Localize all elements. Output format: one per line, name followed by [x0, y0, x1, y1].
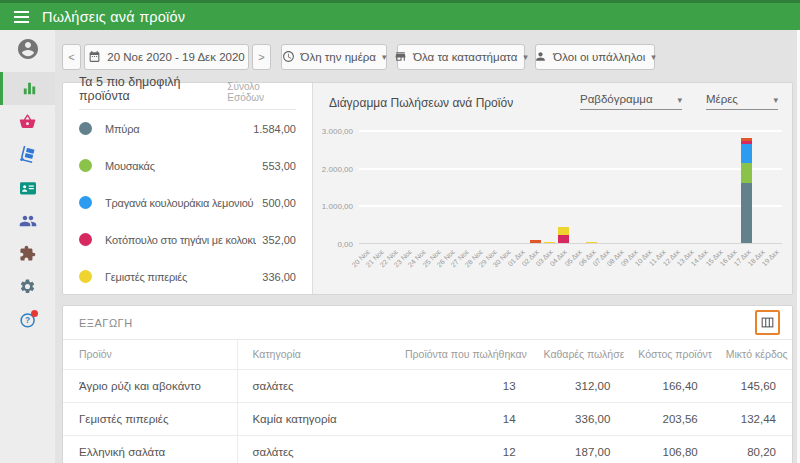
gridline [359, 205, 782, 207]
employees-filter-label: Όλοι οι υπάλληλοι [553, 51, 645, 63]
bar-segment [530, 240, 541, 243]
employees-filter-dropdown[interactable]: Όλοι οι υπάλληλοι ▾ [535, 44, 655, 70]
clock-icon [282, 50, 295, 65]
column-header: Προϊόν [63, 340, 238, 369]
report-card: Τα 5 πιο δημοφιλή προϊόντα Σύνολο Εσόδων… [62, 82, 793, 295]
product-color-dot [79, 270, 92, 283]
table-cell: 13 [391, 369, 530, 402]
page-title: Πωλήσεις ανά προϊόν [42, 9, 185, 25]
bar-segment [741, 183, 752, 243]
column-header: Προϊόντα που πωλήθηκαν [391, 340, 530, 369]
table-cell: 166,40 [624, 369, 711, 402]
table-cell: 336,00 [530, 402, 625, 435]
notification-badge [31, 310, 38, 317]
menu-icon[interactable] [2, 2, 40, 32]
sidebar-item-id-card[interactable] [0, 171, 55, 204]
time-filter-dropdown[interactable]: Όλη την ημέρα ▾ [281, 44, 387, 70]
product-revenue: 500,00 [262, 197, 296, 209]
table-cell: 14 [391, 402, 530, 435]
sidebar-item-account[interactable] [0, 30, 55, 68]
date-range-label: 20 Νοε 2020 - 19 Δεκ 2020 [107, 51, 245, 63]
items-table-card: ΕΞΑΓΩΓΗ ΠροϊόνΚατηγορίαΠροϊόντα που πωλή… [62, 305, 793, 463]
bar-02 Δεκ [530, 240, 541, 243]
sidebar-item-help[interactable]: ? [0, 303, 55, 336]
sidebar-item-people[interactable] [0, 204, 55, 237]
bar-segment [741, 163, 752, 184]
person-icon [534, 50, 547, 65]
bar-06 Δεκ [586, 242, 597, 243]
product-color-dot [79, 159, 92, 172]
product-color-dot [79, 122, 92, 135]
date-range-button[interactable]: 20 Νοε 2020 - 19 Δεκ 2020 [84, 44, 249, 70]
table-cell: 145,60 [712, 369, 792, 402]
basket-icon [19, 113, 36, 130]
table-cell: 80,20 [712, 435, 792, 463]
sidebar-item-gear[interactable] [0, 270, 55, 303]
svg-text:?: ? [25, 316, 30, 325]
sales-by-item-table: ΠροϊόνΚατηγορίαΠροϊόντα που πωλήθηκανΚαθ… [63, 340, 792, 463]
chart-interval-label: Μέρες [706, 93, 738, 105]
bar-03 Δεκ [544, 242, 555, 244]
chevron-down-icon: ▾ [651, 52, 656, 62]
bar-04 Δεκ [558, 227, 569, 243]
column-header: Καθαρές πωλήσεις [530, 340, 625, 369]
bar-17 Δεκ [741, 138, 752, 243]
app-header: Πωλήσεις ανά προϊόν [0, 0, 800, 30]
table-cell: Άγριο ρύζι και αβοκάντο [63, 369, 238, 402]
product-revenue: 1.584,00 [253, 123, 296, 135]
bar-segment [558, 235, 569, 243]
product-color-dot [79, 233, 92, 246]
product-row: Γεμιστές πιπεριές336,00 [79, 258, 296, 295]
y-tick-label: 1.000,00 [322, 202, 353, 211]
sidebar-item-bar-chart[interactable] [0, 72, 55, 105]
bar-chart-icon [21, 80, 38, 97]
table-cell: σαλάτες [238, 369, 391, 402]
table-row: Άγριο ρύζι και αβοκάντοσαλάτες13312,0016… [63, 369, 792, 402]
prev-period-button[interactable]: < [62, 44, 81, 70]
sidebar-item-basket[interactable] [0, 105, 55, 138]
y-tick-label: 0,00 [337, 240, 353, 249]
chevron-down-icon: ▾ [773, 95, 778, 105]
chart-title: Διάγραμμα Πωλήσεων ανά Προϊόν [329, 96, 513, 110]
hand-truck-icon [19, 146, 36, 163]
gridline [359, 168, 782, 170]
bar-segment [544, 242, 555, 244]
column-header: Μικτό κέρδος [712, 340, 792, 369]
table-cell: 312,00 [530, 369, 625, 402]
sales-chart-panel: Διάγραμμα Πωλήσεων ανά Προϊόν Ραβδόγραμμ… [313, 83, 792, 294]
sidebar: ? [0, 30, 55, 463]
product-name: Γεμιστές πιπεριές [105, 271, 256, 283]
sidebar-item-puzzle[interactable] [0, 237, 55, 270]
product-name: Τραγανά κουλουράκια λεμονιού [105, 197, 256, 209]
export-button[interactable]: ΕΞΑΓΩΓΗ [79, 317, 133, 329]
y-tick-label: 3.000,00 [322, 127, 353, 136]
sidebar-item-hand-truck[interactable] [0, 138, 55, 171]
table-cell: 106,80 [624, 435, 711, 463]
table-cell: Ελληνική σαλάτα [63, 435, 238, 463]
product-row: Κοτόπουλο στο τηγάνι με κολοκυθάκια352,0… [79, 221, 296, 258]
chart-type-dropdown[interactable]: Ραβδόγραμμα ▾ [580, 93, 682, 110]
next-period-button[interactable]: > [252, 44, 271, 70]
table-row: Ελληνική σαλάτασαλάτες12187,00106,8080,2… [63, 435, 792, 463]
product-row: Τραγανά κουλουράκια λεμονιού500,00 [79, 184, 296, 221]
chevron-down-icon: ▾ [677, 95, 682, 105]
product-name: Μουσακάς [105, 160, 256, 172]
chart-type-label: Ραβδόγραμμα [580, 93, 653, 105]
bar-segment [741, 144, 752, 163]
time-filter-label: Όλη την ημέρα [301, 51, 376, 63]
product-name: Μπύρα [105, 123, 247, 135]
columns-icon [760, 315, 775, 330]
top-products-list: Μπύρα1.584,00Μουσακάς553,00Τραγανά κουλο… [79, 110, 296, 295]
x-axis-labels: 20 Νοε21 Νοε22 Νοε23 Νοε24 Νοε25 Νοε26 Ν… [359, 244, 782, 286]
stores-filter-dropdown[interactable]: Όλα τα καταστήματα ▾ [397, 44, 525, 70]
chart-plot-area: 3.000,002.000,001.000,000,00 20 Νοε21 Νο… [313, 131, 782, 244]
columns-settings-button[interactable] [755, 310, 780, 335]
revenue-column-label: Σύνολο Εσόδων [227, 81, 296, 103]
chart-interval-dropdown[interactable]: Μέρες ▾ [706, 93, 778, 110]
product-name: Κοτόπουλο στο τηγάνι με κολοκυθάκια [105, 234, 256, 246]
bar-chart [359, 131, 782, 244]
gridline [359, 130, 782, 132]
app-window: Πωλήσεις ανά προϊόν ? < 20 Νοε 2020 - 19… [0, 0, 800, 463]
table-cell: 187,00 [530, 435, 625, 463]
product-row: Μπύρα1.584,00 [79, 110, 296, 147]
